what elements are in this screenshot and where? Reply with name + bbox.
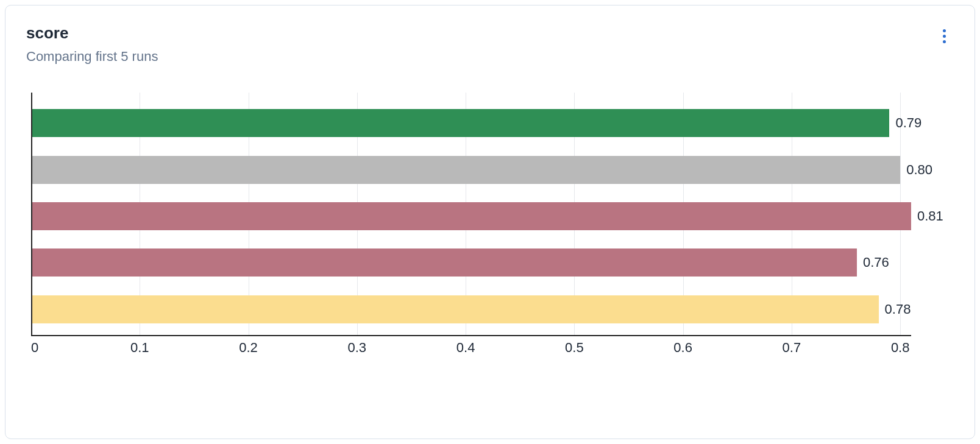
bar[interactable]: 0.81 bbox=[32, 202, 911, 230]
kebab-dot-icon bbox=[943, 29, 946, 32]
bar-value-label: 0.81 bbox=[917, 208, 943, 224]
titles: score Comparing first 5 runs bbox=[26, 24, 158, 65]
card-header: score Comparing first 5 runs bbox=[26, 24, 954, 65]
x-tick-label: 0.8 bbox=[891, 340, 910, 356]
more-menu-button[interactable] bbox=[934, 26, 954, 46]
chart-card: score Comparing first 5 runs 0.790.800.8… bbox=[5, 5, 975, 439]
chart-subtitle: Comparing first 5 runs bbox=[26, 49, 158, 65]
x-tick-label: 0.5 bbox=[565, 340, 584, 356]
bar-row: 0.80 bbox=[32, 156, 911, 184]
bar-value-label: 0.78 bbox=[885, 301, 911, 317]
x-tick-label: 0.4 bbox=[456, 340, 475, 356]
bar-value-label: 0.80 bbox=[906, 162, 932, 178]
x-tick-label: 0.7 bbox=[783, 340, 801, 356]
bar[interactable]: 0.79 bbox=[32, 109, 889, 137]
bar[interactable]: 0.78 bbox=[32, 295, 879, 323]
bar-value-label: 0.79 bbox=[895, 115, 921, 131]
x-tick-label: 0.3 bbox=[348, 340, 367, 356]
bar-row: 0.78 bbox=[32, 295, 911, 323]
plot-area: 0.790.800.810.760.78 bbox=[31, 93, 911, 336]
kebab-dot-icon bbox=[943, 40, 946, 43]
chart-area: 0.790.800.810.760.78 00.10.20.30.40.50.6… bbox=[26, 93, 954, 361]
bar[interactable]: 0.80 bbox=[32, 156, 900, 184]
x-tick-labels: 00.10.20.30.40.50.60.70.8 bbox=[31, 336, 911, 361]
bar-row: 0.79 bbox=[32, 109, 911, 137]
x-tick-label: 0.6 bbox=[673, 340, 692, 356]
bars-container: 0.790.800.810.760.78 bbox=[32, 93, 911, 335]
kebab-dot-icon bbox=[943, 35, 946, 38]
bar-row: 0.81 bbox=[32, 202, 911, 230]
bar-value-label: 0.76 bbox=[863, 255, 889, 270]
chart-title: score bbox=[26, 24, 158, 43]
bar-row: 0.76 bbox=[32, 248, 911, 277]
y-axis bbox=[31, 93, 32, 336]
x-tick-label: 0.2 bbox=[239, 340, 258, 356]
x-tick-label: 0 bbox=[31, 340, 38, 356]
x-tick-label: 0.1 bbox=[130, 340, 149, 356]
bar[interactable]: 0.76 bbox=[32, 248, 857, 277]
